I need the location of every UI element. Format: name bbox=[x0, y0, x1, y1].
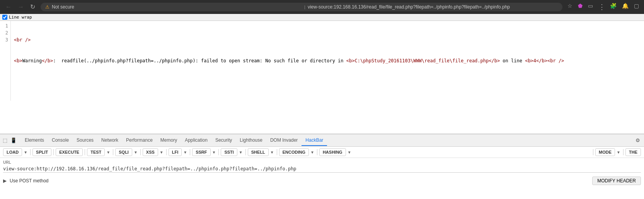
hackbar-encoding-arrow[interactable]: ▼ bbox=[310, 149, 315, 156]
not-secure-label: Not secure bbox=[52, 4, 302, 10]
hackbar-xss-button[interactable]: XSS bbox=[143, 148, 158, 156]
hackbar-split-button[interactable]: SPLIT bbox=[32, 148, 51, 156]
hackbar-load-arrow[interactable]: ▼ bbox=[23, 149, 28, 156]
hackbar-ssrf-button[interactable]: SSRF bbox=[192, 148, 210, 156]
url-label: URL bbox=[3, 160, 641, 165]
hackbar-url-input[interactable] bbox=[3, 165, 641, 173]
tab-network[interactable]: Network bbox=[97, 135, 122, 146]
tab-application[interactable]: Application bbox=[181, 135, 211, 146]
hackbar-mode-arrow[interactable]: ▼ bbox=[616, 149, 621, 156]
warning-text-3: on line bbox=[500, 58, 525, 63]
forward-button[interactable]: → bbox=[15, 2, 26, 12]
line-num-3: 3 bbox=[2, 36, 8, 43]
hackbar-lfi-arrow[interactable]: ▼ bbox=[182, 149, 188, 156]
file-path-text: C:\phpStudy_20161103\WWW\read_file\file_… bbox=[354, 58, 489, 63]
menu-dots-icon[interactable]: ⋮ bbox=[596, 1, 607, 13]
hackbar-shell-button[interactable]: SHELL bbox=[248, 148, 269, 156]
line-wrap-bar: Line wrap bbox=[0, 14, 644, 21]
hackbar-the-button[interactable]: THE bbox=[625, 148, 641, 156]
separator-6 bbox=[166, 149, 167, 155]
address-bar[interactable]: ⚠ Not secure | view-source:192.168.16.13… bbox=[41, 3, 562, 11]
separator-7 bbox=[190, 149, 190, 155]
tab-sources[interactable]: Sources bbox=[73, 135, 97, 146]
modify-header-button[interactable]: MODIFY HEADER bbox=[592, 177, 641, 185]
line-num-2: 2 bbox=[2, 29, 8, 36]
tag-b-warning-close: </b> bbox=[42, 58, 53, 63]
separator-9 bbox=[245, 149, 246, 155]
tab-memory[interactable]: Memory bbox=[157, 135, 181, 146]
hackbar-hashing-button[interactable]: HASHING bbox=[319, 148, 346, 156]
devtools-panel: ⬚ 📱 Elements Console Sources Network Per… bbox=[0, 134, 644, 187]
hackbar-test-arrow[interactable]: ▼ bbox=[106, 149, 111, 156]
line-num-1: 1 bbox=[2, 22, 8, 29]
hackbar-load-button[interactable]: LOAD bbox=[3, 148, 22, 156]
line-ref-text: 4 bbox=[533, 58, 536, 63]
hackbar-shell-arrow[interactable]: ▼ bbox=[269, 149, 275, 156]
hackbar-url-area: URL bbox=[0, 158, 644, 175]
inspect-element-icon[interactable]: ⬚ bbox=[2, 137, 9, 144]
tag-b-line-open: <b> bbox=[525, 58, 533, 63]
warning-text-1: Warning bbox=[22, 58, 42, 63]
hackbar-mode-button[interactable]: MODE bbox=[595, 148, 615, 156]
separator-11 bbox=[317, 149, 317, 155]
separator-3 bbox=[85, 149, 85, 155]
browser-actions: ☆ ⬟ ▭ ⋮ 🧩 🔔 ▢ bbox=[566, 1, 641, 13]
window-icon[interactable]: ▢ bbox=[632, 1, 641, 13]
hackbar-ssti-arrow[interactable]: ▼ bbox=[238, 149, 244, 156]
hackbar-lfi-button[interactable]: LFI bbox=[169, 148, 182, 156]
post-method-icon: ▶ bbox=[3, 178, 7, 184]
separator-right bbox=[593, 149, 593, 155]
device-toolbar-icon[interactable]: 📱 bbox=[9, 137, 18, 144]
tag-br: <br /> bbox=[14, 37, 31, 43]
alert-icon[interactable]: 🔔 bbox=[620, 1, 630, 13]
separator-5 bbox=[140, 149, 141, 155]
hackbar-xss-arrow[interactable]: ▼ bbox=[159, 149, 164, 156]
hackbar-encoding-button[interactable]: ENCODING bbox=[279, 148, 309, 156]
tab-lighthouse[interactable]: Lighthouse bbox=[236, 135, 266, 146]
reload-button[interactable]: ↻ bbox=[28, 2, 37, 12]
address-text: view-source:192.168.16.136/read_file/fil… bbox=[308, 4, 558, 10]
tab-elements[interactable]: Elements bbox=[21, 135, 48, 146]
separator-4 bbox=[113, 149, 113, 155]
tab-performance[interactable]: Performance bbox=[122, 135, 157, 146]
separator-12 bbox=[623, 149, 624, 155]
source-content: <br /> <b>Warning</b>: readfile(../phpin… bbox=[11, 21, 567, 101]
post-method-label: Use POST method bbox=[10, 178, 49, 184]
source-lines: 1 2 3 <br /> <b>Warning</b>: readfile(..… bbox=[0, 21, 644, 101]
tag-b-path-close: </b> bbox=[489, 58, 500, 63]
profile-icon[interactable]: ▭ bbox=[586, 1, 595, 13]
hackbar-execute-button[interactable]: EXECUTE bbox=[56, 148, 83, 156]
warning-text-2: : readfile(../phpinfo.php?filepath=../ph… bbox=[53, 58, 346, 63]
hackbar-sqli-arrow[interactable]: ▼ bbox=[133, 149, 138, 156]
tab-console[interactable]: Console bbox=[48, 135, 73, 146]
tab-security[interactable]: Security bbox=[211, 135, 236, 146]
browser-chrome: ← → ↻ ⚠ Not secure | view-source:192.168… bbox=[0, 0, 644, 14]
tag-b-path-open: <b> bbox=[346, 58, 355, 63]
hackbar-toolbar: LOAD ▼ SPLIT EXECUTE TEST ▼ SQLI ▼ XSS ▼… bbox=[0, 147, 644, 158]
back-button[interactable]: ← bbox=[3, 2, 14, 12]
source-view: Line wrap 1 2 3 <br /> <b>Warning</b>: r… bbox=[0, 14, 644, 134]
separator-2 bbox=[53, 149, 54, 155]
bookmark-star-icon[interactable]: ☆ bbox=[566, 1, 574, 13]
line-numbers: 1 2 3 bbox=[0, 21, 11, 101]
hackbar-ssrf-arrow[interactable]: ▼ bbox=[211, 149, 217, 156]
address-separator: | bbox=[304, 5, 305, 9]
hackbar-sqli-button[interactable]: SQLI bbox=[115, 148, 132, 156]
hackbar-hashing-arrow[interactable]: ▼ bbox=[347, 149, 352, 156]
separator-1 bbox=[30, 149, 31, 155]
line-wrap-checkbox[interactable] bbox=[2, 15, 7, 20]
tag-b-line-close: </b> bbox=[536, 58, 547, 63]
devtools-settings-icon[interactable]: ⚙ bbox=[633, 136, 642, 145]
separator-8 bbox=[218, 149, 219, 155]
tab-hackbar[interactable]: HackBar bbox=[302, 135, 327, 146]
tag-br-end: <br /> bbox=[547, 58, 564, 63]
source-line-2: <b>Warning</b>: readfile(../phpinfo.php?… bbox=[14, 57, 564, 64]
extension-puzzle-icon[interactable]: ⬟ bbox=[576, 1, 584, 13]
source-line-3 bbox=[14, 78, 564, 85]
extension2-icon[interactable]: 🧩 bbox=[608, 1, 618, 13]
tag-b-warning-open: <b> bbox=[14, 58, 22, 63]
separator-10 bbox=[277, 149, 277, 155]
hackbar-ssti-button[interactable]: SSTI bbox=[221, 148, 237, 156]
hackbar-test-button[interactable]: TEST bbox=[87, 148, 105, 156]
tab-dom-invader[interactable]: DOM Invader bbox=[266, 135, 302, 146]
